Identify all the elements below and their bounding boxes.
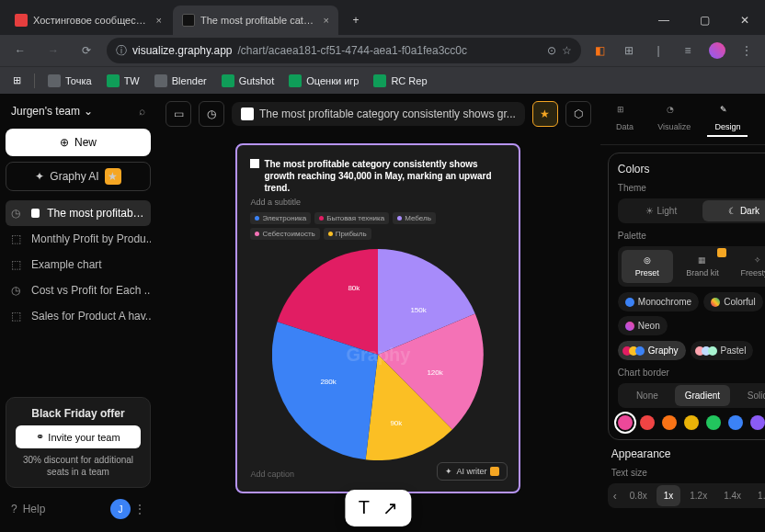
legend-dot <box>255 232 259 236</box>
swatch[interactable] <box>618 415 633 430</box>
legend-item[interactable]: Мебель <box>393 212 436 224</box>
share-button[interactable]: ⬡ <box>565 101 591 127</box>
maximize-button[interactable]: ▢ <box>684 6 725 35</box>
document-title[interactable]: The most profitable category consistentl… <box>232 102 525 126</box>
size-option[interactable]: 1.4x <box>716 485 748 506</box>
minimize-button[interactable]: — <box>644 6 684 35</box>
sidebar-item[interactable]: ⬚Sales for Product A hav... <box>6 303 151 329</box>
sparkle-icon: ✦ <box>35 170 44 183</box>
scheme-pastel[interactable]: Pastel <box>691 341 754 360</box>
chevron-left-icon[interactable]: ‹ <box>610 490 621 503</box>
close-button[interactable]: ✕ <box>725 6 765 35</box>
forward-button[interactable]: → <box>40 38 66 63</box>
history-button[interactable]: ◷ <box>199 101 224 127</box>
close-icon[interactable]: × <box>156 15 162 26</box>
sidebar-item[interactable]: ◷Cost vs Profit for Each ... <box>6 277 151 303</box>
colors-header[interactable]: Colors⌄ <box>618 163 765 175</box>
more-icon[interactable]: ⋮ <box>134 503 145 515</box>
reading-list-icon[interactable]: ≡ <box>677 40 699 62</box>
border-gradient-button[interactable]: Gradient <box>675 385 730 406</box>
divider: | <box>647 40 669 62</box>
appearance-header[interactable]: Appearance⌄ <box>608 447 765 460</box>
palette-brandkit-button[interactable]: ▦Brand kit <box>677 250 728 283</box>
size-option[interactable]: 1.6x <box>750 485 765 506</box>
sidebar-item[interactable]: ⬚Example chart <box>6 252 151 277</box>
bookmark-item[interactable]: RC Rep <box>368 71 432 91</box>
user-avatar[interactable]: J <box>110 499 131 519</box>
legend-dot <box>255 216 259 221</box>
invite-team-button[interactable]: ⚭Invite your team <box>16 425 141 448</box>
back-button[interactable]: ← <box>7 38 33 63</box>
search-icon[interactable]: ⌕ <box>139 105 145 118</box>
team-switcher[interactable]: Jurgen's team⌄ <box>11 105 93 118</box>
tab-visualize[interactable]: ◔Visualize <box>650 101 698 137</box>
sidebar-item[interactable]: ◷The most profitable ... <box>6 200 151 226</box>
swatch[interactable] <box>684 415 699 430</box>
favorite-button[interactable]: ★ <box>532 101 558 127</box>
chart-title[interactable]: The most profitable category consistentl… <box>250 158 506 194</box>
browser-tab-2[interactable]: The most profitable catego × <box>173 6 338 35</box>
border-solid-button[interactable]: Solid <box>730 385 765 406</box>
legend-item[interactable]: Электроника <box>250 212 311 224</box>
scheme-monochrome[interactable]: Monochrome <box>618 292 699 311</box>
reload-button[interactable]: ⟳ <box>74 38 99 63</box>
chart-card[interactable]: The most profitable category consistentl… <box>235 143 520 493</box>
graphy-ai-button[interactable]: ✦Graphy AI★ <box>6 162 151 191</box>
swatch[interactable] <box>750 415 765 430</box>
window-controls: — ▢ ✕ <box>644 6 765 35</box>
size-option[interactable]: 0.8x <box>622 485 655 506</box>
panel-tabs: ⊞Data ◔Visualize ✎Design ⤴Export <box>600 94 765 145</box>
swatch[interactable] <box>706 415 721 430</box>
swatch[interactable] <box>728 415 743 430</box>
search-icon[interactable]: ⊙ <box>547 44 556 57</box>
scheme-colorful[interactable]: Colorful <box>703 292 762 311</box>
legend-item[interactable]: Прибыль <box>324 228 371 240</box>
bookmark-item[interactable]: Gutshot <box>216 71 280 91</box>
data-icon: ⊞ <box>617 105 632 119</box>
browser-tab-1[interactable]: Хостинговое сообщество «Tin × <box>6 6 171 35</box>
slice-label: 90k <box>390 419 402 427</box>
scheme-neon[interactable]: Neon <box>618 316 668 335</box>
star-badge-icon <box>717 248 726 257</box>
ai-writer-button[interactable]: ✦AI writer <box>437 462 508 481</box>
apps-button[interactable]: ⊞ <box>7 71 27 90</box>
new-tab-button[interactable]: + <box>344 8 368 32</box>
tab-design[interactable]: ✎Design <box>707 101 748 137</box>
bookmark-folder[interactable]: Blender <box>149 71 212 91</box>
palette-freestyle-button[interactable]: ✧Freestyle <box>732 250 765 283</box>
theme-dark-button[interactable]: ☾Dark <box>702 200 765 221</box>
bookmark-item[interactable]: Оценки игр <box>283 71 364 91</box>
theme-light-button[interactable]: ☀Light <box>620 200 702 221</box>
expand-button[interactable]: ↗ <box>382 497 398 519</box>
text-tool-button[interactable]: T <box>359 497 370 519</box>
size-option[interactable]: 1x <box>657 485 681 506</box>
sheet-icon <box>107 74 120 87</box>
folder-icon <box>154 74 167 87</box>
scheme-graphy[interactable]: Graphy <box>618 341 686 360</box>
bookmark-item[interactable]: TW <box>101 71 145 91</box>
sidebar-item[interactable]: ⬚Monthly Profit by Produ... <box>6 226 151 252</box>
tab-data[interactable]: ⊞Data <box>609 101 641 137</box>
site-info-icon[interactable]: ⓘ <box>116 43 127 59</box>
profile-avatar[interactable] <box>706 40 728 62</box>
help-button[interactable]: ?Help <box>11 503 45 515</box>
size-option[interactable]: 1.2x <box>682 485 714 506</box>
url-input[interactable]: ⓘ visualize.graphy.app/chart/acaea181-cf… <box>107 38 581 63</box>
swatch[interactable] <box>640 415 655 430</box>
extensions-button[interactable]: ⊞ <box>618 40 640 62</box>
bookmark-star-icon[interactable]: ☆ <box>562 44 572 57</box>
extension-icon[interactable]: ◧ <box>588 40 611 62</box>
layout-button[interactable]: ▭ <box>166 101 191 127</box>
preset-icon: ◎ <box>644 255 651 265</box>
chart-subtitle[interactable]: Add a subtitle <box>250 198 506 207</box>
swatch[interactable] <box>662 415 677 430</box>
palette-preset-button[interactable]: ◎Preset <box>622 250 673 283</box>
tab-export[interactable]: ⤴Export <box>758 101 765 137</box>
legend-item[interactable]: Бытовая техника <box>314 212 389 224</box>
close-icon[interactable]: × <box>324 15 329 26</box>
menu-button[interactable]: ⋮ <box>736 40 758 62</box>
legend-item[interactable]: Себестоимость <box>250 228 319 240</box>
border-none-button[interactable]: None <box>620 385 675 406</box>
new-button[interactable]: ⊕New <box>6 129 151 156</box>
bookmark-folder[interactable]: Точка <box>42 71 97 91</box>
